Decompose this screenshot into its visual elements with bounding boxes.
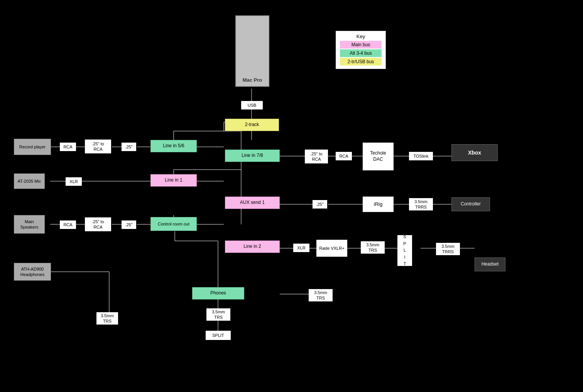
- line-in-2-box: Line in 2: [225, 241, 280, 253]
- xbox-box: Xbox: [451, 144, 498, 161]
- diagram: Mac Pro USB 2-track Key Main bus Alt 3-4…: [0, 0, 583, 392]
- mac-pro-box: Mac Pro: [235, 15, 269, 87]
- trrs-2-box: 3.5mmTRRS: [436, 243, 460, 255]
- xlr-2-box: XLR: [293, 244, 309, 252]
- rca-1-box: RCA: [60, 143, 76, 151]
- rca-3-box: RCA: [336, 152, 352, 160]
- line-in-56-box: Line in 5/6: [150, 140, 197, 152]
- rca-2-box: RCA: [60, 220, 76, 229]
- split-2-box: SPLIT: [397, 235, 412, 266]
- xlr-1-box: XLR: [66, 177, 82, 186]
- rode-vxlrplus-box: Røde VXLR+: [316, 240, 347, 257]
- key-usb-bus: 2-tr/USB bus: [340, 58, 382, 66]
- quarter-to-rca-1-box: .25" toRCA: [85, 140, 111, 153]
- control-room-out-box: Control room out: [150, 217, 197, 231]
- headset-box: Headset: [475, 257, 505, 271]
- line-in-78-box: Line in 7/8: [225, 150, 280, 162]
- main-speakers-box: Main Speakers: [14, 215, 45, 234]
- record-player-box: Record player: [14, 139, 51, 155]
- trrs-1-box: 3.5mmTRRS: [409, 198, 433, 210]
- ath-ad900-box: ATH-AD900 Headphones: [14, 263, 51, 281]
- irig-box: iRig: [363, 197, 394, 212]
- toslink-box: TOSlink: [409, 152, 433, 160]
- key-main-bus: Main bus: [340, 41, 382, 49]
- usb-box: USB: [241, 101, 263, 109]
- line-in-1-box: Line in 1: [150, 174, 197, 187]
- mac-pro-label: Mac Pro: [243, 77, 262, 83]
- at2035-mic-box: AT-2035 Mic: [14, 173, 45, 189]
- key-alt-bus: Alt 3-4 bus: [340, 49, 382, 57]
- two-track-box: 2-track: [225, 119, 279, 131]
- quarter-to-rca-3-box: .25" toRCA: [305, 150, 328, 163]
- quarter-1-box: .25": [122, 143, 136, 151]
- aux-send-1-box: AUX send 1: [225, 197, 280, 209]
- controller-box: Controller: [451, 197, 490, 211]
- quarter-dot25-box: .25": [313, 200, 327, 209]
- split-1-box: SPLIT: [206, 331, 231, 340]
- trs-1-box: 3.5mmTRS: [96, 312, 118, 325]
- phones-box: Phones: [192, 287, 244, 299]
- key-legend: Key Main bus Alt 3-4 bus 2-tr/USB bus: [336, 31, 386, 69]
- key-title: Key: [340, 34, 382, 39]
- techole-dac-box: Techole DAC: [363, 143, 394, 170]
- trs-3-box: 3.5mmTRS: [309, 289, 333, 301]
- quarter-2-box: .25": [122, 220, 136, 229]
- trs-2-box: 3.5mmTRS: [206, 308, 230, 321]
- quarter-to-rca-2-box: .25" toRCA: [85, 217, 111, 231]
- trs-4-box: 3.5mmTRS: [361, 241, 385, 254]
